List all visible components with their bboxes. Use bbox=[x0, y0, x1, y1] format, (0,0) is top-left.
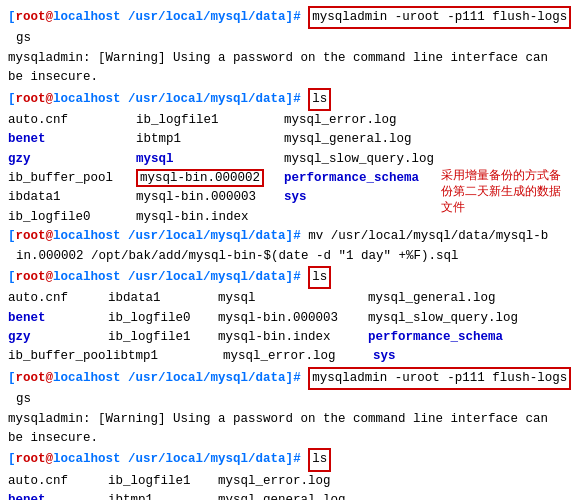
warning-text-3: mysqladmin: [Warning] Using a password o… bbox=[8, 410, 548, 429]
ls-col2-r1: ib_logfile1 bbox=[136, 111, 276, 130]
bracket-close: ] bbox=[286, 8, 294, 27]
warning-line-1: mysqladmin: [Warning] Using a password o… bbox=[8, 49, 573, 68]
ls2-row-4: ib_buffer_pool ibtmp1 mysql_error.log sy… bbox=[8, 347, 573, 366]
annotation-text: 采用增量备份的方式备份第二天新生成的数据文件 bbox=[441, 167, 571, 215]
ls2-c3-r2: mysql-bin.000003 bbox=[218, 309, 368, 328]
ls2-c1-r4: ib_buffer_pool bbox=[8, 347, 113, 366]
warning-line-4: be insecure. bbox=[8, 429, 573, 448]
command-mysqladmin-2[interactable]: mysqladmin -uroot -p111 flush-logs bbox=[308, 367, 571, 390]
ls3-c2-r2: ibtmp1 bbox=[108, 491, 218, 500]
prompt-root: root bbox=[16, 8, 46, 27]
ls2-c2-r4: ibtmp1 bbox=[113, 347, 223, 366]
ls3-row-2: benet ibtmp1 mysql_general.log bbox=[8, 491, 573, 500]
ls2-c1-r1: auto.cnf bbox=[8, 289, 108, 308]
command-line-5: [root@localhost /usr/local/mysql/data]# … bbox=[8, 367, 573, 390]
ls-col1-r1: auto.cnf bbox=[8, 111, 128, 130]
ls2-c4-r1: mysql_general.log bbox=[368, 289, 508, 308]
warning-gs: gs bbox=[8, 29, 573, 48]
warning-text-2: be insecure. bbox=[8, 68, 98, 87]
warning-gs-2: gs bbox=[8, 390, 573, 409]
command-mysqladmin-1[interactable]: mysqladmin -uroot -p111 flush-logs bbox=[308, 6, 571, 29]
text-gs-2: gs bbox=[16, 390, 31, 409]
command-line-2: [root@localhost /usr/local/mysql/data]# … bbox=[8, 88, 573, 111]
command-ls-2[interactable]: ls bbox=[308, 266, 331, 289]
section-4: [root@localhost /usr/local/mysql/data]# … bbox=[8, 266, 573, 367]
ls2-c2-r1: ibdata1 bbox=[108, 289, 218, 308]
ls3-c2-r1: ib_logfile1 bbox=[108, 472, 218, 491]
ls2-c1-r2: benet bbox=[8, 309, 108, 328]
ls-col1-r4: ib_buffer_pool bbox=[8, 169, 128, 188]
ls3-c1-r1: auto.cnf bbox=[8, 472, 108, 491]
ls-col1-r6: ib_logfile0 bbox=[8, 208, 128, 227]
ls2-row-2: benet ib_logfile0 mysql-bin.000003 mysql… bbox=[8, 309, 573, 328]
ls-col1-r2: benet bbox=[8, 130, 128, 149]
ls-col2-r2: ibtmp1 bbox=[136, 130, 276, 149]
command-mv-line2: in.000002 /opt/bak/add/mysql-bin-$(date … bbox=[8, 247, 573, 266]
command-mv-line1[interactable]: mv /usr/local/mysql/data/mysql-b bbox=[308, 227, 548, 246]
ls-col3-r2: mysql_general.log bbox=[284, 130, 424, 149]
command-line-1: [root@localhost /usr/local/mysql/data]# … bbox=[8, 6, 573, 29]
section-1: [root@localhost /usr/local/mysql/data]# … bbox=[8, 6, 573, 88]
ls-col3-r5: sys bbox=[284, 188, 424, 207]
command-ls-1[interactable]: ls bbox=[308, 88, 331, 111]
ls2-c1-r3: gzy bbox=[8, 328, 108, 347]
ls-col2-r5: mysql-bin.000003 bbox=[136, 188, 276, 207]
terminal-window: [root@localhost /usr/local/mysql/data]# … bbox=[0, 0, 581, 500]
prompt-path: /usr/local/mysql/data bbox=[128, 8, 286, 27]
ls2-c4-r2: mysql_slow_query.log bbox=[368, 309, 518, 328]
ls2-c2-r3: ib_logfile1 bbox=[108, 328, 218, 347]
ls2-c3-r1: mysql bbox=[218, 289, 368, 308]
ls-row-4: ib_buffer_pool mysql-bin.000002 performa… bbox=[8, 169, 573, 188]
section-5: [root@localhost /usr/local/mysql/data]# … bbox=[8, 367, 573, 449]
ls2-row-3: gzy ib_logfile1 mysql-bin.index performa… bbox=[8, 328, 573, 347]
command-line-4: [root@localhost /usr/local/mysql/data]# … bbox=[8, 266, 573, 289]
ls-col1-r3: gzy bbox=[8, 150, 128, 169]
highlight-mysql-bin-000002: mysql-bin.000002 bbox=[136, 169, 264, 187]
command-ls-3[interactable]: ls bbox=[308, 448, 331, 471]
section-6: [root@localhost /usr/local/mysql/data]# … bbox=[8, 448, 573, 500]
ls-row-2: benet ibtmp1 mysql_general.log bbox=[8, 130, 573, 149]
prompt-at: @ bbox=[46, 8, 54, 27]
ls2-row-1: auto.cnf ibdata1 mysql mysql_general.log bbox=[8, 289, 573, 308]
section-2: [root@localhost /usr/local/mysql/data]# … bbox=[8, 88, 573, 228]
ls2-c4-r4: sys bbox=[373, 347, 513, 366]
ls3-c3-r1: mysql_error.log bbox=[218, 472, 368, 491]
command-line-6: [root@localhost /usr/local/mysql/data]# … bbox=[8, 448, 573, 471]
prompt-host: localhost bbox=[53, 8, 121, 27]
ls-col2-r6: mysql-bin.index bbox=[136, 208, 276, 227]
ls-col2-r3: mysql bbox=[136, 150, 276, 169]
ls-col3-r3: mysql_slow_query.log bbox=[284, 150, 434, 169]
ls-col1-r5: ibdata1 bbox=[8, 188, 128, 207]
section-3: [root@localhost /usr/local/mysql/data]# … bbox=[8, 227, 573, 266]
ls-col2-r4: mysql-bin.000002 bbox=[136, 169, 276, 188]
warning-line-3: mysqladmin: [Warning] Using a password o… bbox=[8, 410, 573, 429]
ls2-c3-r3: mysql-bin.index bbox=[218, 328, 368, 347]
bracket-open: [ bbox=[8, 8, 16, 27]
ls-col3-r4: performance_schema bbox=[284, 169, 424, 188]
command-line-3: [root@localhost /usr/local/mysql/data]# … bbox=[8, 227, 573, 246]
text-gs: gs bbox=[16, 29, 31, 48]
ls2-c4-r3: performance_schema bbox=[368, 328, 508, 347]
ls-row-1: auto.cnf ib_logfile1 mysql_error.log bbox=[8, 111, 573, 130]
ls2-c3-r4: mysql_error.log bbox=[223, 347, 373, 366]
warning-line-2: be insecure. bbox=[8, 68, 573, 87]
warning-text-4: be insecure. bbox=[8, 429, 98, 448]
ls3-c3-r2: mysql_general.log bbox=[218, 491, 368, 500]
ls3-row-1: auto.cnf ib_logfile1 mysql_error.log bbox=[8, 472, 573, 491]
ls2-c2-r2: ib_logfile0 bbox=[108, 309, 218, 328]
warning-text-1: mysqladmin: [Warning] Using a password o… bbox=[8, 49, 548, 68]
ls3-c1-r2: benet bbox=[8, 491, 108, 500]
prompt-hash: # bbox=[293, 8, 301, 27]
ls-col3-r1: mysql_error.log bbox=[284, 111, 424, 130]
